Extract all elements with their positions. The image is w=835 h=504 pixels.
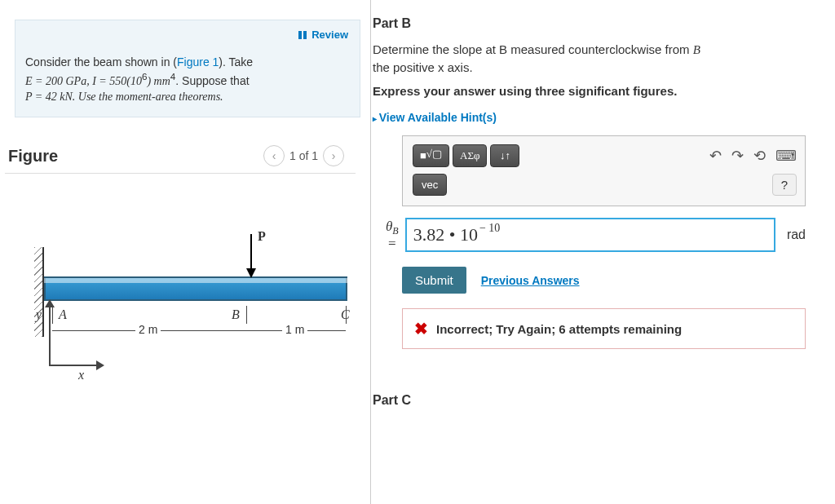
axis-x-label: x <box>78 368 84 382</box>
tool-greek-button[interactable]: ΑΣφ <box>453 144 487 167</box>
answer-input[interactable]: 3.82 • 10− 10 <box>405 218 775 252</box>
part-b-instruction: Express your answer using three signific… <box>373 84 835 98</box>
load-arrow-p: P <box>246 234 256 278</box>
reset-icon[interactable]: ⟲ <box>753 147 766 165</box>
problem-text: Consider the beam shown in (Figure 1). T… <box>25 55 350 105</box>
answer-area: ■√▢ ΑΣφ ↓↑ ↶ ↷ ⟲ ⌨ vec ? <box>402 135 806 206</box>
view-hints-link[interactable]: View Available Hint(s) <box>373 111 835 124</box>
dim-bc-label: 1 m <box>282 323 307 336</box>
incorrect-icon: ✖ <box>414 319 428 338</box>
part-c-title: Part C <box>373 377 835 418</box>
submit-button[interactable]: Submit <box>402 267 466 294</box>
figure-prev-button[interactable]: ‹ <box>263 145 285 166</box>
point-a-label: A <box>59 307 67 322</box>
undo-icon[interactable]: ↶ <box>709 147 722 165</box>
feedback-banner: ✖ Incorrect; Try Again; 6 attempts remai… <box>402 308 806 349</box>
review-link[interactable]: Review <box>298 29 348 42</box>
dim-ab-label: 2 m <box>135 323 161 336</box>
figure-ref-link[interactable]: Figure 1 <box>177 55 219 69</box>
figure-canvas: P y A B C 2 m 1 m <box>0 174 360 378</box>
point-b-label: B <box>232 307 240 322</box>
axis-x <box>49 365 98 366</box>
part-b-title: Part B <box>373 0 835 41</box>
axis-y-label: y <box>36 307 42 322</box>
figure-next-button[interactable]: › <box>323 145 344 166</box>
axis-y <box>49 303 51 366</box>
figure-counter: 1 of 1 <box>289 149 318 162</box>
review-icon <box>298 29 308 42</box>
tool-vec-button[interactable]: vec <box>413 174 447 196</box>
part-b-description: Determine the slope at B measured counte… <box>373 41 835 76</box>
fixed-support <box>34 247 44 337</box>
tool-subsup-button[interactable]: ↓↑ <box>490 144 519 167</box>
previous-answers-link[interactable]: Previous Answers <box>481 274 580 287</box>
problem-statement: Review Consider the beam shown in (Figur… <box>15 20 360 117</box>
tool-template-button[interactable]: ■√▢ <box>413 144 449 167</box>
help-button[interactable]: ? <box>772 174 797 196</box>
answer-variable-label: θB= <box>386 219 399 250</box>
answer-unit: rad <box>787 228 806 242</box>
keyboard-icon[interactable]: ⌨ <box>775 147 797 165</box>
figure-title: Figure <box>8 147 58 166</box>
redo-icon[interactable]: ↷ <box>731 147 744 165</box>
